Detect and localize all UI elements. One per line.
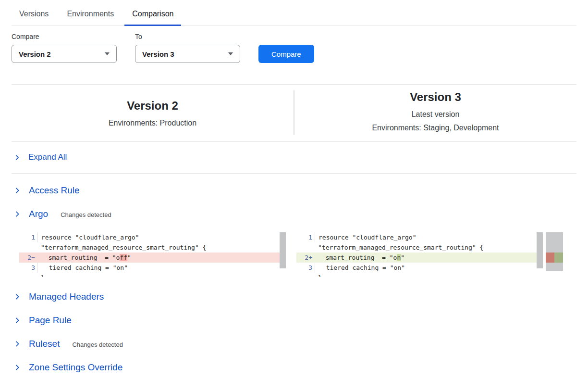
- code-text: smart_routing = "on": [315, 253, 543, 263]
- line-number: [296, 273, 315, 277]
- diff-line: }: [296, 273, 543, 277]
- code-text: smart_routing = "off": [37, 253, 286, 263]
- sections-list: Access RuleArgoChanges detected1resource…: [12, 185, 576, 373]
- diff-line: "terraform_managed_resource_smart_routin…: [296, 242, 543, 253]
- tab-bar: VersionsEnvironmentsComparison: [12, 0, 576, 26]
- code-text: "terraform_managed_resource_smart_routin…: [37, 242, 286, 253]
- diff-line: 1resource "cloudflare_argo": [296, 232, 543, 242]
- tab-versions[interactable]: Versions: [12, 6, 56, 26]
- compare-to-field: To Version 3: [135, 33, 240, 63]
- changed-word-highlight: ff: [120, 254, 127, 261]
- code-text: }: [315, 273, 543, 277]
- minimap-removed-marker: [546, 253, 554, 263]
- section-label: Argo: [29, 209, 48, 219]
- expand-all-label: Expand All: [28, 152, 67, 162]
- version-headers: Version 2 Environments: Production Versi…: [12, 85, 576, 142]
- compare-button[interactable]: Compare: [258, 45, 314, 63]
- diff-line: 2− smart_routing = "off": [19, 253, 286, 263]
- section-page-rule[interactable]: Page Rule: [12, 315, 576, 326]
- chevron-right-icon: [13, 340, 21, 348]
- version-left-environments: Environments: Production: [12, 116, 294, 130]
- line-number: 1: [296, 232, 315, 242]
- code-text: }: [37, 273, 286, 277]
- chevron-down-icon: [105, 52, 110, 55]
- diff-line: 3 tiered_caching = "on": [19, 263, 286, 273]
- code-text: "terraform_managed_resource_smart_routin…: [315, 242, 543, 253]
- version-right-subtitle: Latest version: [294, 108, 576, 121]
- chevron-right-icon: [13, 364, 21, 371]
- diff-pane-left: 1resource "cloudflare_argo""terraform_ma…: [19, 232, 286, 277]
- version-left-header: Version 2 Environments: Production: [12, 90, 294, 135]
- version-left-title: Version 2: [12, 99, 294, 113]
- compare-from-select[interactable]: Version 2: [12, 45, 117, 63]
- chevron-right-icon: [13, 293, 21, 301]
- tab-environments[interactable]: Environments: [59, 6, 122, 26]
- changes-detected-badge: Changes detected: [61, 210, 111, 218]
- section-managed-headers[interactable]: Managed Headers: [12, 291, 576, 302]
- vertical-scrollbar[interactable]: [280, 232, 286, 268]
- diff-line: 2+ smart_routing = "on": [296, 253, 543, 263]
- code-text: tiered_caching = "on": [315, 263, 543, 273]
- section-label: Access Rule: [29, 185, 80, 196]
- changes-detected-badge: Changes detected: [72, 340, 123, 348]
- diff-line: 1resource "cloudflare_argo": [19, 232, 286, 242]
- minimap-added-marker: [554, 253, 563, 263]
- line-number: 2+: [296, 253, 315, 263]
- section-argo[interactable]: ArgoChanges detected: [12, 209, 576, 219]
- section-label: Page Rule: [29, 315, 72, 326]
- compare-from-field: Compare Version 2: [12, 33, 117, 63]
- section-label: Ruleset: [29, 339, 60, 349]
- compare-from-value: Version 2: [19, 50, 51, 58]
- compare-to-value: Version 3: [142, 50, 174, 58]
- diff-line: "terraform_managed_resource_smart_routin…: [19, 242, 286, 253]
- section-zone-settings-override[interactable]: Zone Settings Override: [12, 362, 576, 373]
- section-label: Zone Settings Override: [29, 362, 122, 373]
- line-number: 3: [19, 263, 37, 273]
- diff-minimap[interactable]: [546, 232, 563, 271]
- line-number: [296, 242, 315, 253]
- diff-line: 3 tiered_caching = "on": [296, 263, 543, 273]
- line-number: 1: [19, 232, 37, 242]
- code-text: resource "cloudflare_argo": [37, 232, 286, 242]
- vertical-scrollbar[interactable]: [537, 232, 543, 268]
- compare-label: Compare: [12, 33, 117, 40]
- compare-form: Compare Version 2 To Version 3 Compare: [12, 33, 576, 63]
- chevron-right-icon: [13, 210, 21, 218]
- section-access-rule[interactable]: Access Rule: [12, 185, 576, 196]
- version-right-environments: Environments: Staging, Development: [294, 121, 576, 135]
- to-label: To: [135, 33, 240, 40]
- diff-left-group: 1resource "cloudflare_argo""terraform_ma…: [19, 232, 286, 277]
- chevron-right-icon: [13, 187, 21, 194]
- line-number: [19, 242, 37, 253]
- diff-right-group: 1resource "cloudflare_argo""terraform_ma…: [296, 232, 563, 277]
- code-text: tiered_caching = "on": [37, 263, 286, 273]
- diff-panel-argo: 1resource "cloudflare_argo""terraform_ma…: [19, 232, 563, 277]
- section-label: Managed Headers: [29, 291, 104, 302]
- compare-to-select[interactable]: Version 3: [135, 45, 240, 63]
- chevron-right-icon: [13, 154, 21, 161]
- code-text: resource "cloudflare_argo": [315, 232, 543, 242]
- diff-line: }: [19, 273, 286, 277]
- line-number: 2−: [19, 253, 37, 263]
- changed-word-highlight: n: [397, 254, 401, 261]
- diff-pane-right: 1resource "cloudflare_argo""terraform_ma…: [296, 232, 543, 277]
- chevron-right-icon: [13, 316, 21, 324]
- section-ruleset[interactable]: RulesetChanges detected: [12, 339, 576, 349]
- line-number: 3: [296, 263, 315, 273]
- expand-all-button[interactable]: Expand All: [12, 142, 576, 174]
- line-number: [19, 273, 37, 277]
- version-right-header: Version 3 Latest version Environments: S…: [294, 90, 576, 135]
- tab-comparison[interactable]: Comparison: [124, 6, 181, 26]
- chevron-down-icon: [228, 52, 233, 55]
- version-right-title: Version 3: [294, 90, 576, 104]
